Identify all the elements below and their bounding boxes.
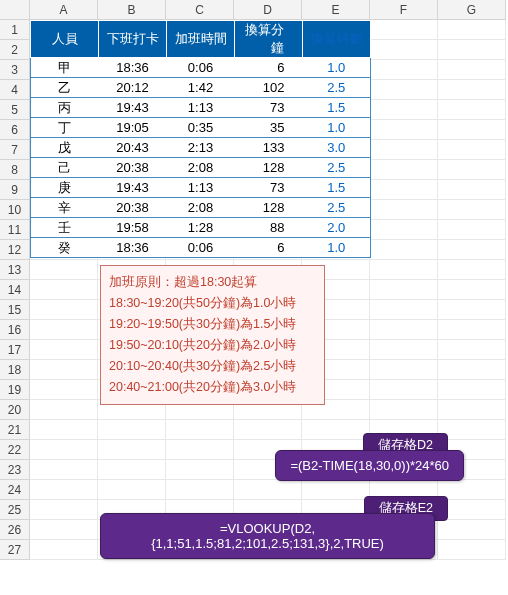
table-cell[interactable]: 甲 — [31, 58, 99, 78]
row-header[interactable]: 25 — [0, 500, 30, 520]
table-cell[interactable]: 128 — [235, 198, 303, 218]
row-header[interactable]: 15 — [0, 300, 30, 320]
grid-cell[interactable] — [370, 40, 438, 60]
grid-cell[interactable] — [370, 220, 438, 240]
grid-cell[interactable] — [370, 260, 438, 280]
grid-cell[interactable] — [370, 60, 438, 80]
table-cell[interactable]: 1:42 — [167, 78, 235, 98]
row-header[interactable]: 5 — [0, 100, 30, 120]
row-header[interactable]: 21 — [0, 420, 30, 440]
row-header[interactable]: 4 — [0, 80, 30, 100]
row-header[interactable]: 6 — [0, 120, 30, 140]
table-cell[interactable]: 73 — [235, 98, 303, 118]
grid-cell[interactable] — [30, 320, 98, 340]
table-cell[interactable]: 癸 — [31, 238, 99, 258]
table-cell[interactable]: 1:13 — [167, 178, 235, 198]
grid-cell[interactable] — [370, 80, 438, 100]
grid-cell[interactable] — [30, 280, 98, 300]
table-cell[interactable]: 0:35 — [167, 118, 235, 138]
row-header[interactable]: 8 — [0, 160, 30, 180]
table-cell[interactable]: 辛 — [31, 198, 99, 218]
grid-cell[interactable] — [438, 60, 506, 80]
grid-cell[interactable] — [30, 500, 98, 520]
grid-cell[interactable] — [370, 400, 438, 420]
grid-cell[interactable] — [30, 340, 98, 360]
grid-cell[interactable] — [438, 180, 506, 200]
table-cell[interactable]: 128 — [235, 158, 303, 178]
table-cell[interactable]: 73 — [235, 178, 303, 198]
grid-cell[interactable] — [438, 40, 506, 60]
grid-cell[interactable] — [370, 240, 438, 260]
table-cell[interactable]: 1.5 — [303, 178, 371, 198]
row-header[interactable]: 16 — [0, 320, 30, 340]
table-cell[interactable]: 3.0 — [303, 138, 371, 158]
grid-cell[interactable] — [30, 540, 98, 560]
grid-cell[interactable] — [438, 160, 506, 180]
grid-cell[interactable] — [234, 480, 302, 500]
grid-cell[interactable] — [438, 520, 506, 540]
grid-cell[interactable] — [302, 420, 370, 440]
grid-cell[interactable] — [166, 440, 234, 460]
grid-cell[interactable] — [438, 220, 506, 240]
grid-cell[interactable] — [30, 360, 98, 380]
grid-cell[interactable] — [438, 420, 506, 440]
grid-cell[interactable] — [438, 540, 506, 560]
grid-cell[interactable] — [370, 300, 438, 320]
grid-cell[interactable] — [370, 100, 438, 120]
column-header[interactable]: B — [98, 0, 166, 20]
row-header[interactable]: 17 — [0, 340, 30, 360]
grid-cell[interactable] — [370, 320, 438, 340]
grid-cell[interactable] — [30, 460, 98, 480]
grid-cell[interactable] — [438, 240, 506, 260]
table-cell[interactable]: 20:43 — [99, 138, 167, 158]
table-cell[interactable]: 2.0 — [303, 218, 371, 238]
row-header[interactable]: 9 — [0, 180, 30, 200]
grid-cell[interactable] — [370, 200, 438, 220]
table-cell[interactable]: 20:38 — [99, 198, 167, 218]
table-cell[interactable]: 己 — [31, 158, 99, 178]
table-cell[interactable]: 壬 — [31, 218, 99, 238]
table-cell[interactable]: 庚 — [31, 178, 99, 198]
grid-cell[interactable] — [438, 260, 506, 280]
header-person[interactable]: 人員 — [31, 21, 99, 58]
table-cell[interactable]: 丙 — [31, 98, 99, 118]
grid-cell[interactable] — [438, 480, 506, 500]
grid-cell[interactable] — [166, 420, 234, 440]
table-cell[interactable]: 2.5 — [303, 158, 371, 178]
grid-cell[interactable] — [370, 360, 438, 380]
grid-cell[interactable] — [98, 420, 166, 440]
row-header[interactable]: 18 — [0, 360, 30, 380]
row-header[interactable]: 3 — [0, 60, 30, 80]
grid-cell[interactable] — [370, 340, 438, 360]
table-cell[interactable]: 19:05 — [99, 118, 167, 138]
grid-cell[interactable] — [98, 460, 166, 480]
grid-cell[interactable] — [438, 100, 506, 120]
grid-cell[interactable] — [370, 380, 438, 400]
grid-cell[interactable] — [30, 380, 98, 400]
grid-cell[interactable] — [370, 120, 438, 140]
table-cell[interactable]: 18:36 — [99, 58, 167, 78]
row-header[interactable]: 19 — [0, 380, 30, 400]
row-header[interactable]: 11 — [0, 220, 30, 240]
grid-cell[interactable] — [438, 360, 506, 380]
table-cell[interactable]: 1:13 — [167, 98, 235, 118]
grid-cell[interactable] — [30, 400, 98, 420]
grid-cell[interactable] — [438, 380, 506, 400]
grid-cell[interactable] — [438, 400, 506, 420]
table-cell[interactable]: 2:08 — [167, 198, 235, 218]
table-cell[interactable]: 6 — [235, 58, 303, 78]
grid-cell[interactable] — [438, 200, 506, 220]
table-cell[interactable]: 6 — [235, 238, 303, 258]
grid-cell[interactable] — [166, 480, 234, 500]
row-header[interactable]: 22 — [0, 440, 30, 460]
grid-cell[interactable] — [438, 80, 506, 100]
grid-cell[interactable] — [30, 260, 98, 280]
row-header[interactable]: 26 — [0, 520, 30, 540]
grid-cell[interactable] — [30, 300, 98, 320]
table-cell[interactable]: 133 — [235, 138, 303, 158]
row-header[interactable]: 10 — [0, 200, 30, 220]
table-cell[interactable]: 20:12 — [99, 78, 167, 98]
row-header[interactable]: 13 — [0, 260, 30, 280]
column-header[interactable]: C — [166, 0, 234, 20]
grid-cell[interactable] — [370, 160, 438, 180]
